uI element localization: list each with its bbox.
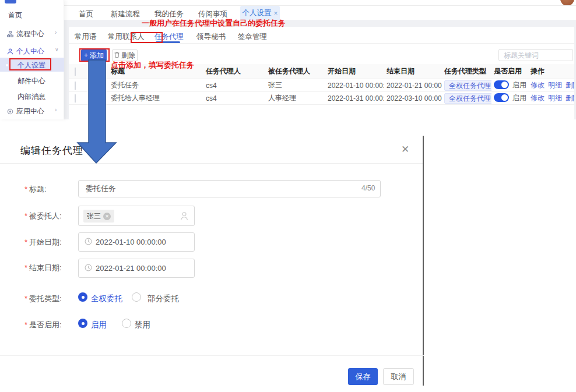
- annotation-note-add: 点击添加，填写委托任务: [111, 60, 194, 70]
- col-start: 开始日期: [325, 66, 384, 76]
- row-agent: cs4: [203, 94, 266, 103]
- enabled-toggle[interactable]: [494, 80, 509, 89]
- tab-personal-settings-label: 个人设置: [242, 8, 271, 18]
- tab-bar: 首页 新建流程 我的任务 传阅事项 个人设置 ✕: [64, 5, 576, 20]
- delete-button-label: 删除: [121, 51, 135, 61]
- delete-link[interactable]: 删除: [566, 81, 574, 89]
- field-label-title: *标题:: [24, 184, 47, 195]
- subtab-leader-secretary[interactable]: 领导秘书: [196, 32, 226, 42]
- col-end: 结束日期: [384, 66, 442, 76]
- delete-link[interactable]: 删除: [566, 94, 574, 102]
- edit-link[interactable]: 修改: [531, 94, 545, 102]
- radio-disable[interactable]: [122, 319, 131, 328]
- agent-type-tag: 全权任务代理: [444, 80, 491, 91]
- row-delegated: 张三: [266, 80, 325, 90]
- person-icon: [180, 211, 188, 223]
- tag-remove-icon[interactable]: ✕: [103, 213, 111, 220]
- row-start: 2022-01-31 00:00:00: [325, 94, 384, 103]
- annotation-box-task-agent: [131, 32, 163, 43]
- app-logo: [5, 0, 16, 3]
- divider: [69, 43, 574, 44]
- field-label-end: *结束日期:: [24, 263, 62, 273]
- detail-link[interactable]: 明细: [548, 94, 562, 102]
- title-input[interactable]: [78, 180, 381, 197]
- table-row: 委托任务 cs4 张三 2022-01-10 00:00:00 2022-01-…: [69, 79, 574, 92]
- row-end: 2022-01-21 00:00:00: [384, 82, 442, 90]
- table-row: 委托给人事经理 cs4 人事经理 2022-01-31 00:00:00 202…: [69, 92, 574, 105]
- row-title: 委托任务: [108, 80, 203, 90]
- radio-disable-label[interactable]: 禁用: [135, 320, 150, 330]
- sidebar-item-label: 流程中心: [16, 30, 44, 38]
- end-date-input[interactable]: 2022-01-21 00:00:00: [78, 259, 195, 278]
- field-label-type: *委托类型:: [24, 294, 62, 304]
- enabled-toggle[interactable]: [494, 93, 509, 102]
- cancel-button[interactable]: 取消: [383, 368, 414, 385]
- col-actions: 操作: [528, 66, 574, 76]
- chevron-right-icon: ›: [55, 29, 57, 36]
- row-start: 2022-01-10 00:00:00: [325, 82, 384, 90]
- sidebar-item-process-center[interactable]: 流程中心 ›: [7, 29, 63, 39]
- col-enabled: 是否启用: [491, 66, 528, 76]
- radio-enable-label[interactable]: 启用: [91, 320, 107, 330]
- sidebar-item-app-center[interactable]: 应用中心 ›: [7, 107, 63, 116]
- agent-type-tag: 全权任务代理: [444, 93, 491, 104]
- chevron-down-icon: ∨: [55, 47, 59, 52]
- tab-home[interactable]: 首页: [79, 9, 93, 19]
- row-agent: cs4: [203, 82, 266, 90]
- row-title: 委托给人事经理: [108, 93, 203, 103]
- subtab-signature-mgmt[interactable]: 签章管理: [238, 32, 267, 42]
- modal-right-border: [423, 136, 424, 386]
- annotation-box-personal-settings: [9, 58, 51, 70]
- delegatee-tag-label: 张三: [87, 211, 101, 221]
- col-delegated: 被任务代理人: [266, 66, 325, 76]
- col-agent: 任务代理人: [203, 66, 266, 76]
- edit-link[interactable]: 修改: [531, 81, 545, 89]
- search-input[interactable]: [498, 49, 573, 61]
- enabled-label: 启用: [512, 94, 526, 102]
- start-date-value: 2022-01-10 00:00:00: [96, 238, 166, 246]
- annotation-arrow: [73, 58, 120, 166]
- clock-icon: [85, 264, 92, 273]
- sidebar-item-internal-message[interactable]: 内部消息: [17, 92, 45, 102]
- annotation-note-top: 一般用户在任务代理中设置自己的委托任务: [142, 18, 286, 29]
- sidebar-item-home[interactable]: 首页: [8, 10, 22, 20]
- field-label-enabled: *是否启用:: [24, 320, 62, 330]
- subtab-phrases[interactable]: 常用语: [75, 32, 97, 42]
- field-label-start: *开始日期:: [24, 237, 62, 248]
- tab-close-icon[interactable]: ✕: [273, 10, 278, 16]
- clock-icon: [85, 238, 92, 247]
- flow-icon: [7, 31, 15, 39]
- screenshot-root: 首页 新建流程 我的任务 传阅事项 个人设置 ✕ 首页 流程中心 › 个人中心 …: [0, 0, 576, 392]
- detail-link[interactable]: 明细: [548, 81, 562, 89]
- end-date-value: 2022-01-21 00:00:00: [96, 264, 166, 273]
- sidebar-item-label: 应用中心: [16, 107, 44, 115]
- chevron-right-icon: ›: [55, 107, 57, 113]
- char-counter: 4/50: [361, 184, 375, 192]
- radio-enable[interactable]: [78, 319, 87, 328]
- sidebar-item-personal-center[interactable]: 个人中心 ∨: [7, 47, 63, 56]
- modal-close-icon[interactable]: ✕: [401, 143, 409, 156]
- radio-full-delegation-label[interactable]: 全权委托: [91, 294, 122, 304]
- radio-full-delegation[interactable]: [78, 292, 87, 302]
- row-end: 2022-03-10 00:00:00: [384, 94, 442, 103]
- tab-new-process[interactable]: 新建流程: [111, 9, 140, 19]
- col-type: 任务代理类型: [442, 66, 491, 76]
- delegatee-picker[interactable]: 张三 ✕: [78, 206, 195, 226]
- apps-icon: [7, 108, 15, 116]
- user-icon: [7, 48, 15, 56]
- field-label-delegatee: *被委托人:: [24, 211, 62, 221]
- row-delegated: 人事经理: [266, 93, 325, 103]
- divider: [0, 163, 424, 164]
- save-button[interactable]: 保存: [348, 368, 378, 385]
- radio-partial-delegation-label[interactable]: 部分委托: [147, 294, 179, 304]
- radio-partial-delegation[interactable]: [132, 292, 141, 302]
- divider: [0, 355, 424, 356]
- start-date-input[interactable]: 2022-01-10 00:00:00: [78, 232, 195, 252]
- sidebar-item-label: 个人中心: [16, 47, 44, 55]
- enabled-label: 启用: [512, 81, 526, 89]
- selected-dot: [6, 64, 8, 66]
- delegatee-tag: 张三 ✕: [83, 210, 114, 223]
- sidebar-item-mail-center[interactable]: 邮件中心: [17, 76, 45, 86]
